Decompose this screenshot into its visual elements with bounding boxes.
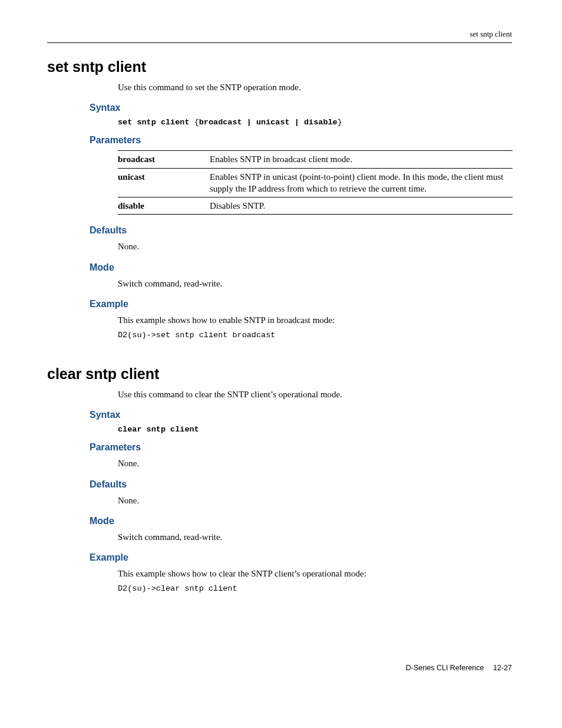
param-desc: Disables SNTP. — [210, 197, 513, 215]
intro-set: Use this command to set the SNTP operati… — [118, 81, 512, 93]
table-row: broadcast Enables SNTP in broadcast clie… — [118, 151, 513, 168]
param-key: broadcast — [118, 151, 210, 168]
section-gap — [47, 354, 512, 365]
example-code-set: D2(su)->set sntp client broadcast — [118, 331, 512, 340]
syntax-args-set: broadcast | unicast | disable — [199, 118, 338, 127]
param-key: unicast — [118, 168, 210, 197]
example-heading-set: Example — [90, 299, 512, 309]
page: set sntp client set sntp client Use this… — [0, 0, 562, 696]
example-text-clear: This example shows how to clear the SNTP… — [118, 568, 512, 579]
syntax-line-clear: clear sntp client — [118, 425, 512, 434]
section-title-set: set sntp client — [47, 58, 512, 75]
example-code-clear: D2(su)->clear sntp client — [118, 584, 512, 593]
syntax-brace-open: { — [194, 118, 199, 127]
syntax-cmd-clear: clear sntp client — [118, 425, 199, 434]
footer-page: 12-27 — [493, 664, 512, 672]
table-row: disable Disables SNTP. — [118, 197, 513, 215]
syntax-heading-clear: Syntax — [90, 410, 512, 420]
intro-clear: Use this command to clear the SNTP clien… — [118, 388, 512, 400]
parameters-table-set: broadcast Enables SNTP in broadcast clie… — [118, 150, 513, 215]
example-text-set: This example shows how to enable SNTP in… — [118, 314, 512, 326]
syntax-cmd-set: set sntp client — [118, 118, 190, 127]
mode-text-clear: Switch command, read-write. — [118, 531, 512, 543]
param-key: disable — [118, 197, 210, 215]
parameters-heading-set: Parameters — [90, 135, 512, 146]
footer-doc: D-Series CLI Reference — [406, 664, 484, 672]
table-row: unicast Enables SNTP in unicast (point-t… — [118, 168, 513, 197]
defaults-text-set: None. — [118, 241, 512, 252]
parameters-text-clear: None. — [118, 457, 512, 469]
defaults-text-clear: None. — [118, 495, 512, 506]
param-desc: Enables SNTP in broadcast client mode. — [210, 151, 513, 168]
param-desc: Enables SNTP in unicast (point-to-point)… — [210, 168, 513, 197]
syntax-brace-close: } — [338, 118, 342, 127]
defaults-heading-clear: Defaults — [90, 479, 512, 490]
section-title-clear: clear sntp client — [47, 365, 512, 383]
running-head: set sntp client — [47, 29, 512, 43]
syntax-heading-set: Syntax — [90, 103, 512, 113]
parameters-heading-clear: Parameters — [90, 442, 512, 453]
defaults-heading-set: Defaults — [90, 225, 512, 236]
syntax-line-set: set sntp client {broadcast | unicast | d… — [118, 118, 512, 127]
mode-text-set: Switch command, read-write. — [118, 278, 512, 289]
page-footer: D-Series CLI Reference 12-27 — [47, 664, 512, 672]
mode-heading-set: Mode — [90, 262, 512, 273]
mode-heading-clear: Mode — [90, 516, 512, 526]
example-heading-clear: Example — [90, 552, 512, 563]
